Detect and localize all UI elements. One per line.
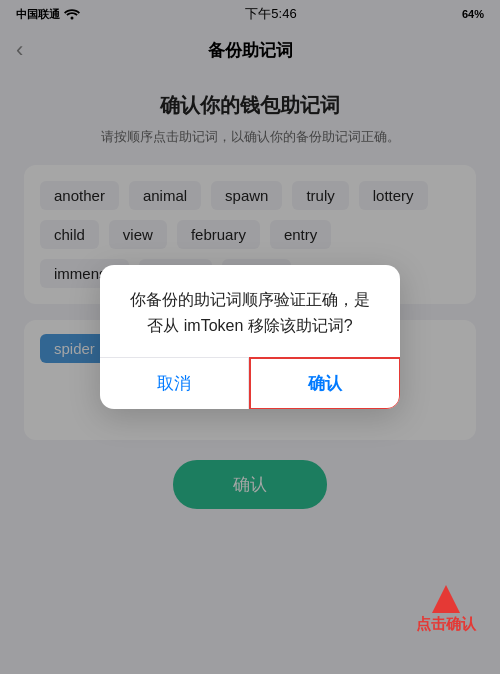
dialog-actions: 取消 确认	[100, 357, 400, 409]
dialog-body: 你备份的助记词顺序验证正确，是否从 imToken 移除该助记词?	[100, 265, 400, 356]
dialog-overlay: 你备份的助记词顺序验证正确，是否从 imToken 移除该助记词? 取消 确认	[0, 0, 500, 674]
dialog-cancel-button[interactable]: 取消	[100, 358, 249, 409]
arrow-label: 点击确认	[416, 615, 476, 634]
dialog-message: 你备份的助记词顺序验证正确，是否从 imToken 移除该助记词?	[124, 287, 376, 338]
arrow-annotation: 点击确认	[416, 585, 476, 634]
dialog: 你备份的助记词顺序验证正确，是否从 imToken 移除该助记词? 取消 确认	[100, 265, 400, 408]
dialog-confirm-button[interactable]: 确认	[249, 357, 400, 409]
arrow-up-icon	[432, 585, 460, 613]
